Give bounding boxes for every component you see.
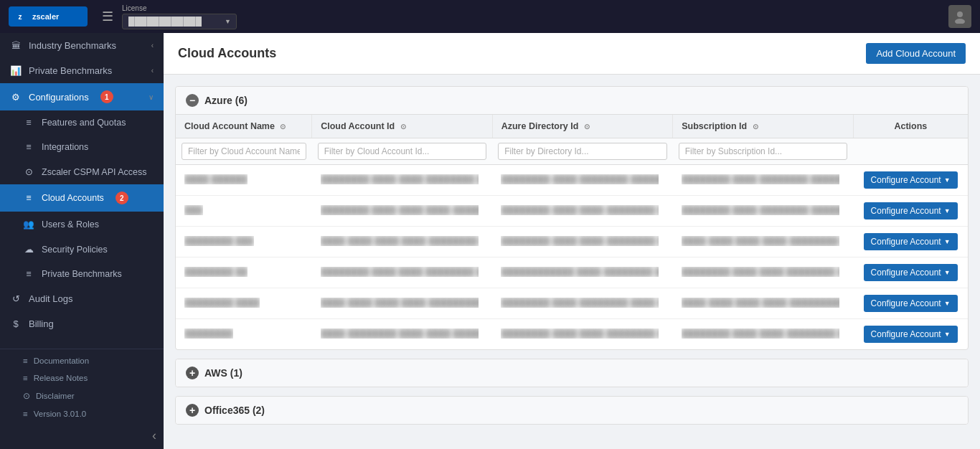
configurations-badge: 1 [100, 90, 113, 103]
cell-subscription-id: ████████ ████ ████████ ████████-████ [673, 165, 854, 196]
page-title: Cloud Accounts [178, 46, 276, 61]
sidebar-item-label: Configurations [29, 92, 89, 103]
table-row: ████████ ████ ████-████ ████ ████-██████… [176, 288, 968, 319]
configure-account-button[interactable]: Configure Account ▼ [864, 264, 958, 281]
users-roles-icon: 👥 [23, 219, 34, 230]
sidebar-item-private-benchmarks-sub[interactable]: ≡ Private Benchmarks [0, 262, 164, 286]
license-section: License ████████████ [122, 4, 237, 29]
sidebar-item-configurations[interactable]: ⚙ Configurations 1 ∨ [0, 83, 164, 110]
sidebar-item-security-policies[interactable]: ☁ Security Policies [0, 237, 164, 262]
table-row: ████████ ███ ████-████ ████ ████-███████… [176, 227, 968, 257]
cell-actions: Configure Account ▼ [853, 227, 968, 257]
filter-cell-directory [492, 138, 673, 165]
filter-cloud-account-name[interactable] [182, 143, 306, 160]
layout: 🏛 Industry Benchmarks ‹ 📊 Private Benchm… [0, 33, 980, 449]
azure-table-wrap: Cloud Account Name ⊙ Cloud Account Id ⊙ … [176, 115, 968, 349]
cell-directory-id: ████████-████ ████-████████ ████-████ [492, 196, 673, 227]
sidebar-item-industry-benchmarks[interactable]: 🏛 Industry Benchmarks ‹ [0, 33, 164, 58]
office365-toggle-icon[interactable]: + [186, 404, 199, 417]
sidebar-item-label: Private Benchmarks [29, 65, 112, 76]
table-row: ████████ ████-████████ ████-████ ███████… [176, 319, 968, 350]
cell-account-id: ████████ ████-████ ████-████████ ███████… [312, 196, 493, 227]
configure-account-button[interactable]: Configure Account ▼ [864, 326, 958, 343]
license-dropdown[interactable]: ████████████ [122, 14, 237, 29]
sidebar-item-label: Private Benchmarks [42, 269, 122, 279]
billing-icon: $ [10, 318, 22, 329]
add-cloud-account-button[interactable]: Add Cloud Account [866, 43, 966, 64]
content-body: − Azure (6) Cloud Account Name ⊙ [164, 75, 980, 449]
cell-account-name: ████ ██████ [176, 165, 312, 196]
dropdown-caret-icon: ▼ [944, 300, 951, 307]
filter-azure-directory-id[interactable] [498, 143, 667, 160]
release-notes-label: Release Notes [34, 374, 88, 382]
office365-accordion-header[interactable]: + Office365 (2) [176, 397, 968, 424]
cloud-accounts-badge: 2 [116, 192, 128, 204]
chevron-icon: ‹ [151, 42, 154, 49]
configure-account-button[interactable]: Configure Account ▼ [864, 202, 958, 219]
sidebar-item-integrations[interactable]: ≡ Integrations [0, 135, 164, 159]
aws-accordion-header[interactable]: + AWS (1) [176, 359, 968, 387]
svg-text:zscaler: zscaler [32, 12, 60, 21]
version-label: Version 3.01.0 [34, 410, 87, 418]
cell-directory-id: ████████████ ████-████████ ████-████ [492, 257, 673, 288]
sort-icon: ⊙ [753, 123, 758, 131]
aws-section: + AWS (1) [175, 359, 969, 387]
disclaimer-label: Disclaimer [36, 392, 75, 400]
th-cloud-account-id[interactable]: Cloud Account Id ⊙ [312, 115, 493, 138]
sidebar-item-label: Zscaler CSPM API Access [42, 167, 147, 177]
configure-account-button[interactable]: Configure Account ▼ [864, 233, 958, 250]
cell-subscription-id: ████-████ ████ ████-████████ ████████ [673, 227, 854, 257]
filter-subscription-id[interactable] [679, 143, 848, 160]
azure-toggle-icon[interactable]: − [186, 94, 199, 107]
configure-account-button[interactable]: Configure Account ▼ [864, 295, 958, 312]
cell-subscription-id: ████████ ████ ████-████████ ████-████ [673, 319, 854, 350]
documentation-icon: ≡ [23, 356, 28, 365]
cell-account-id: ████-████ ████ ████-████████ ████ [312, 227, 493, 257]
collapse-icon: ‹ [152, 428, 156, 443]
avatar[interactable] [948, 5, 971, 28]
cell-actions: Configure Account ▼ [853, 257, 968, 288]
version-icon: ≡ [23, 410, 28, 418]
sidebar-item-documentation[interactable]: ≡ Documentation [0, 352, 164, 369]
sidebar-item-label: Billing [29, 318, 54, 329]
th-subscription-id[interactable]: Subscription Id ⊙ [673, 115, 854, 138]
th-actions: Actions [853, 115, 968, 138]
cell-actions: Configure Account ▼ [853, 165, 968, 196]
sidebar-item-release-notes[interactable]: ≡ Release Notes [0, 369, 164, 387]
filter-cloud-account-id[interactable] [318, 143, 487, 160]
sidebar-item-private-benchmarks-top[interactable]: 📊 Private Benchmarks ‹ [0, 58, 164, 83]
documentation-label: Documentation [34, 356, 89, 365]
private-benchmarks-sub-icon: ≡ [23, 269, 34, 279]
th-cloud-account-name[interactable]: Cloud Account Name ⊙ [176, 115, 312, 138]
sidebar-item-cloud-accounts[interactable]: ≡ Cloud Accounts 2 [0, 184, 164, 212]
sidebar-item-label: Features and Quotas [42, 118, 126, 128]
content-header: Cloud Accounts Add Cloud Account [164, 33, 980, 75]
svg-point-3 [957, 11, 963, 17]
svg-text:z: z [19, 13, 22, 21]
azure-accordion-header[interactable]: − Azure (6) [176, 87, 968, 115]
sidebar-collapse-button[interactable]: ‹ [0, 422, 164, 449]
aws-toggle-icon[interactable]: + [186, 367, 199, 379]
sidebar-item-label: Industry Benchmarks [29, 40, 116, 51]
cell-directory-id: ████████-████ ████-████████ ████-████ [492, 227, 673, 257]
cell-account-name: ████████ [176, 319, 312, 350]
sidebar-item-audit-logs[interactable]: ↺ Audit Logs [0, 286, 164, 311]
svg-point-4 [955, 19, 965, 24]
logo: z zscaler [9, 6, 88, 27]
menu-icon[interactable]: ☰ [102, 9, 113, 24]
sidebar-item-label: Audit Logs [29, 293, 72, 304]
table-row: ████ ██████ ████████ ████-████ ████████ … [176, 165, 968, 196]
th-azure-directory-id[interactable]: Azure Directory Id ⊙ [492, 115, 673, 138]
sidebar-item-users-roles[interactable]: 👥 Users & Roles [0, 212, 164, 237]
sidebar-item-disclaimer[interactable]: ⊙ Disclaimer [0, 387, 164, 405]
cell-account-id: ████-████ ████ ████-████████████-████ [312, 288, 493, 319]
sidebar-item-billing[interactable]: $ Billing [0, 311, 164, 336]
license-select[interactable]: ████████████ [122, 14, 237, 29]
azure-table-body: ████ ██████ ████████ ████-████ ████████ … [176, 165, 968, 350]
sidebar-item-zscaler-cspm[interactable]: ⊙ Zscaler CSPM API Access [0, 159, 164, 184]
office365-section: + Office365 (2) [175, 396, 969, 425]
dropdown-caret-icon: ▼ [944, 238, 951, 245]
sidebar-item-features-quotas[interactable]: ≡ Features and Quotas [0, 110, 164, 135]
configure-account-button[interactable]: Configure Account ▼ [864, 171, 958, 189]
license-label: License [122, 4, 237, 12]
